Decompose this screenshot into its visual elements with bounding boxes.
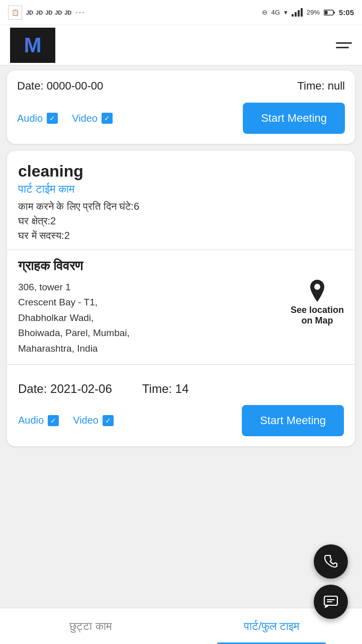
card2-audio-label: Audio xyxy=(18,415,44,426)
card1-time-label: Time: null xyxy=(297,79,345,93)
nav-tab-freelance-label: छुट्टा काम xyxy=(69,620,111,633)
do-not-disturb-icon: ⊖ xyxy=(262,9,267,16)
service-subtitle: पार्ट टाईम काम xyxy=(18,183,344,196)
more-notifications-dots: ··· xyxy=(75,8,85,17)
card2-controls-row: Audio ✓ Video ✓ Start Meeting xyxy=(18,405,344,436)
signal-4g-label: 4G xyxy=(272,9,280,16)
card2-video-item: Video ✓ xyxy=(73,415,114,426)
card2-body: cleaning पार्ट टाईम काम काम करने के लिए … xyxy=(7,151,355,242)
card2-video-label: Video xyxy=(73,415,99,426)
top-bar: M xyxy=(0,25,362,65)
status-left: 📋 JD JD JD JD JD ··· xyxy=(8,6,85,20)
location-pin-icon xyxy=(306,280,328,302)
card1-video-checkbox[interactable]: ✓ xyxy=(102,113,113,124)
home-members: घर में सदस्य:2 xyxy=(18,230,344,242)
notif-jd-1: JD xyxy=(26,10,33,16)
fab-phone-button[interactable] xyxy=(314,544,348,579)
card2-av-group: Audio ✓ Video ✓ xyxy=(18,415,242,426)
address-text: 306, tower 1 Crescent Bay - T1, Dhabholk… xyxy=(18,280,130,356)
notif-jd-2: JD xyxy=(36,10,43,16)
card2-time-label: Time: 14 xyxy=(142,382,189,396)
logo-letter: M xyxy=(24,33,42,57)
svg-rect-2 xyxy=(333,12,335,14)
see-location-label: See location on Map xyxy=(291,305,344,326)
card2-video-checkbox[interactable]: ✓ xyxy=(103,415,114,426)
nav-tab-freelance[interactable]: छुट्टा काम xyxy=(0,608,181,644)
status-right: ⊖ 4G ▾ 29% 5:05 xyxy=(262,8,354,17)
fab-chat-button[interactable] xyxy=(314,585,348,619)
card1-audio-checkbox[interactable]: ✓ xyxy=(47,113,58,124)
clock-time: 5:05 xyxy=(339,8,354,17)
wifi-icon: ▾ xyxy=(284,9,288,16)
nav-tab-partfull-label: पार्ट/फुल टाइम xyxy=(244,620,299,633)
notification-icons: JD JD JD JD JD xyxy=(26,10,71,16)
card1-start-meeting-button[interactable]: Start Meeting xyxy=(243,103,345,134)
home-area: घर क्षेत्र:2 xyxy=(18,215,344,227)
card1-audio-item: Audio ✓ xyxy=(17,113,58,124)
divider-1 xyxy=(7,250,355,250)
status-bar: 📋 JD JD JD JD JD ··· ⊖ 4G ▾ 29% 5:05 xyxy=(0,0,362,25)
chat-icon xyxy=(323,594,339,610)
card2-audio-item: Audio ✓ xyxy=(18,415,59,426)
hours-per-day: काम करने के लिए प्रति दिन घंटे:6 xyxy=(18,201,344,212)
phone-icon xyxy=(323,553,339,570)
card1-date-time-row: Date: 0000-00-00 Time: null xyxy=(17,79,345,93)
card-2: cleaning पार्ट टाईम काम काम करने के लिए … xyxy=(7,151,355,446)
card-1: Date: 0000-00-00 Time: null Audio ✓ Vide… xyxy=(7,70,355,144)
svg-point-3 xyxy=(314,284,320,290)
service-title: cleaning xyxy=(18,162,344,181)
notif-jd-4: JD xyxy=(55,10,62,16)
card1-av-group: Audio ✓ Video ✓ xyxy=(17,113,243,124)
app-logo: M xyxy=(10,28,55,63)
card1-controls-row: Audio ✓ Video ✓ Start Meeting xyxy=(17,103,345,134)
card2-start-meeting-button[interactable]: Start Meeting xyxy=(242,405,344,436)
notif-jd-5: JD xyxy=(64,10,71,16)
bottom-nav: छुट्टा काम पार्ट/फुल टाइम xyxy=(0,608,362,644)
card2-date-time-row: Date: 2021-02-06 Time: 14 xyxy=(18,382,344,396)
notif-jd-3: JD xyxy=(45,10,52,16)
battery-percent: 29% xyxy=(307,9,320,16)
menu-button[interactable] xyxy=(336,42,352,48)
card2-audio-checkbox[interactable]: ✓ xyxy=(48,415,59,426)
svg-rect-4 xyxy=(324,596,337,605)
card2-date-label: Date: 2021-02-06 xyxy=(18,382,112,396)
svg-rect-1 xyxy=(324,11,327,14)
card1-audio-label: Audio xyxy=(17,113,43,124)
card1-video-item: Video ✓ xyxy=(72,113,113,124)
divider-2 xyxy=(7,364,355,365)
signal-bars xyxy=(292,8,303,17)
customer-section: ग्राहक विवरण 306, tower 1 Crescent Bay -… xyxy=(7,258,355,356)
customer-section-title: ग्राहक विवरण xyxy=(18,258,344,274)
card2-footer: Date: 2021-02-06 Time: 14 Audio ✓ Video … xyxy=(7,373,355,446)
app-notification-icon: 📋 xyxy=(8,6,22,20)
battery-icon xyxy=(324,10,335,16)
see-location-button[interactable]: See location on Map xyxy=(291,280,344,326)
card1-video-label: Video xyxy=(72,113,98,124)
card1-date-label: Date: 0000-00-00 xyxy=(17,79,103,93)
customer-info-row: 306, tower 1 Crescent Bay - T1, Dhabholk… xyxy=(18,280,344,356)
